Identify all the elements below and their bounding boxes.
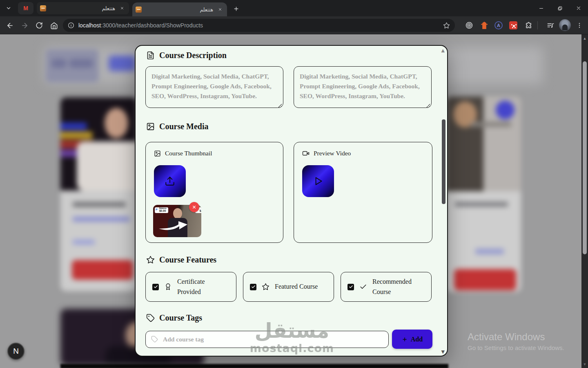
modal-scroll-down-icon[interactable]: ▼ — [441, 349, 445, 355]
feature-label: Featured Course — [275, 282, 318, 292]
extension-a-icon[interactable]: A — [494, 20, 503, 30]
play-icon — [313, 176, 323, 186]
feature-label: Recommended Course — [372, 277, 418, 297]
restore-button[interactable] — [550, 0, 569, 16]
section-course-features: Course Features — [146, 255, 216, 265]
extension-hydrant-icon[interactable] — [479, 20, 489, 30]
certificate-checkbox[interactable] — [152, 284, 159, 290]
modal-scrollbar-thumb[interactable] — [442, 119, 445, 204]
add-tag-input[interactable] — [145, 331, 389, 348]
address-bar[interactable]: localhost:3000/teacher/dashboard/ShowPro… — [63, 19, 455, 32]
page-scrollbar-thumb[interactable] — [583, 61, 587, 254]
description-textarea-2[interactable] — [294, 66, 432, 108]
url-path: :3000/teacher/dashboard/ShowProducts — [101, 22, 203, 29]
toolbar-divider — [537, 21, 538, 29]
pinned-tab-gmail[interactable]: M — [18, 2, 33, 14]
thumbnail-label-row: Course Thumbnail — [154, 150, 212, 157]
description-fields — [145, 66, 432, 110]
extension-paw-icon[interactable] — [508, 20, 518, 30]
site-info-icon[interactable] — [68, 22, 74, 29]
gmail-icon: M — [23, 5, 28, 11]
home-button[interactable] — [49, 20, 59, 30]
section-course-media: Course Media — [146, 122, 209, 131]
reload-button[interactable] — [34, 20, 44, 30]
back-button[interactable] — [5, 20, 15, 30]
section-title: Course Features — [159, 255, 216, 265]
tab-search-chevron-icon[interactable] — [4, 4, 13, 13]
upload-icon — [165, 176, 175, 186]
resize-grip-icon[interactable] — [278, 104, 282, 108]
upload-thumbnail-button[interactable] — [154, 165, 186, 197]
file-text-icon — [146, 51, 155, 60]
award-icon — [164, 283, 172, 291]
remove-thumbnail-button[interactable] — [189, 202, 199, 212]
tab-inactive[interactable]: هتتعلم — [37, 2, 129, 14]
extension-target-icon[interactable] — [464, 20, 474, 30]
close-window-button[interactable] — [569, 0, 588, 16]
scroll-down-icon[interactable]: ▼ — [581, 362, 588, 366]
blurred-course-card — [446, 96, 521, 292]
activate-line-2: Go to Settings to activate Windows. — [468, 344, 564, 351]
recommended-checkbox[interactable] — [347, 284, 354, 290]
browser-menu-icon[interactable] — [575, 20, 584, 30]
image-icon — [154, 150, 161, 157]
resize-grip-icon[interactable] — [426, 104, 430, 108]
check-icon — [154, 285, 158, 289]
upload-video-button[interactable] — [302, 165, 334, 197]
description-textarea-1[interactable] — [145, 66, 283, 108]
blurred-course-card — [60, 97, 137, 291]
section-title: Course Description — [159, 51, 227, 60]
extensions-puzzle-icon[interactable] — [523, 20, 533, 30]
star-icon — [262, 283, 270, 291]
browser-toolbar: localhost:3000/teacher/dashboard/ShowPro… — [0, 16, 588, 34]
blurred-blue-button — [109, 56, 136, 71]
feature-card-certificate: Certificate Provided — [145, 272, 236, 302]
thumbnail-label: Course Thumbnail — [165, 150, 212, 157]
edit-course-modal: ▲ ▼ Course Description — [135, 45, 448, 357]
bookmark-star-icon[interactable] — [443, 22, 450, 29]
blurred-dark-strip — [60, 364, 448, 368]
activate-windows-watermark: Activate Windows Go to Settings to activ… — [468, 331, 564, 351]
page-content: N ▲ ▼ ▲ ▼ Course Description — [0, 34, 588, 368]
add-button-label: Add — [411, 336, 423, 343]
scroll-up-icon[interactable]: ▲ — [581, 36, 588, 40]
star-icon — [146, 256, 155, 264]
plus-icon — [402, 337, 408, 342]
tab-close-icon[interactable] — [118, 4, 126, 12]
window-controls — [532, 0, 588, 16]
tab-title: هتتعلم — [145, 7, 213, 13]
tags-input-row: Add — [145, 330, 432, 349]
section-title: Course Media — [159, 122, 209, 131]
check-icon — [359, 283, 367, 291]
modal-scroll-up-icon[interactable]: ▲ — [441, 48, 445, 53]
tab-title: هتتعلم — [49, 5, 115, 11]
badge-letter: N — [13, 347, 19, 356]
tab-strip: M هتتعلم هتتعلم — [0, 0, 588, 16]
minimize-button[interactable] — [532, 0, 550, 16]
check-icon — [349, 285, 353, 289]
feature-card-recommended: Recommended Course — [341, 272, 432, 302]
profile-avatar[interactable] — [559, 19, 571, 31]
new-tab-button[interactable] — [231, 4, 241, 13]
blurred-red-button — [72, 260, 133, 280]
forward-button[interactable] — [20, 20, 29, 30]
section-title: Course Tags — [159, 313, 202, 323]
site-favicon-icon — [40, 5, 46, 11]
add-tag-button[interactable]: Add — [392, 330, 432, 349]
media-boxes: Course Thumbnail Balance:$0.00 $2 — [145, 142, 432, 243]
url-host: localhost — [78, 22, 101, 29]
image-icon — [146, 122, 155, 131]
section-course-description: Course Description — [146, 51, 227, 60]
featured-checkbox[interactable] — [250, 284, 256, 290]
check-icon — [251, 285, 256, 289]
course-thumbnail-box: Course Thumbnail Balance:$0.00 $2 — [145, 142, 283, 243]
video-label: Preview Video — [314, 150, 351, 157]
floating-n-badge[interactable]: N — [7, 343, 24, 360]
close-icon — [192, 205, 196, 209]
section-course-tags: Course Tags — [146, 313, 202, 323]
tab-active[interactable]: هتتعلم — [132, 2, 227, 16]
tab-close-icon[interactable] — [216, 6, 224, 13]
media-controls-icon[interactable] — [546, 20, 555, 30]
page-scrollbar[interactable]: ▲ ▼ — [581, 34, 588, 368]
video-label-row: Preview Video — [302, 150, 351, 157]
